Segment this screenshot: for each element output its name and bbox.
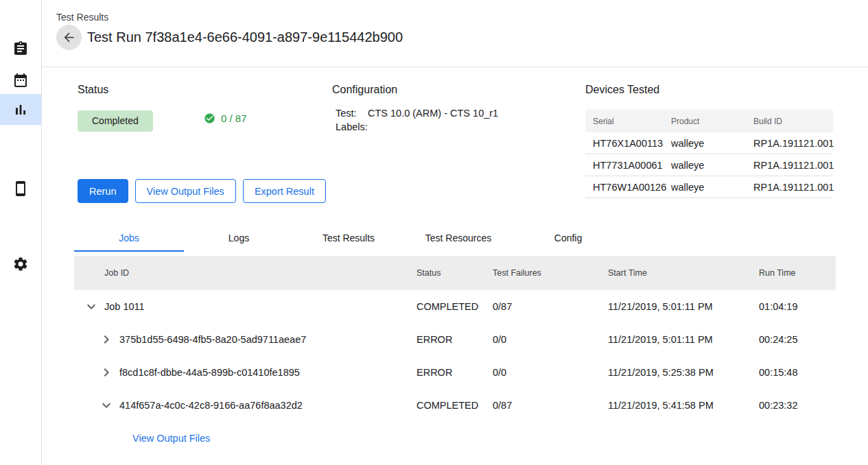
status-badge: Completed [78,110,153,132]
jobs-table: Job ID Status Test Failures Start Time R… [74,256,836,455]
sidebar-item-settings[interactable] [0,248,41,279]
app: Test Results Test Run 7f38a1e4-6e66-4091… [0,0,868,465]
device-build-id: RP1A.191121.001 [753,160,834,171]
job-status: COMPLETED [417,400,493,411]
job-row: 414f657a-4c0c-42c8-9166-aa76f8aa32d2 COM… [74,389,836,422]
gear-icon [12,256,29,272]
device-product: walleye [671,182,753,193]
devices-tested-heading: Devices Tested [585,84,659,96]
failed-total-count: 0 / 87 [221,112,247,124]
export-result-button[interactable]: Export Result [243,179,326,203]
job-status: ERROR [417,367,493,378]
job-run-time: 01:04:19 [759,301,836,312]
device-build-id: RP1A.191121.001 [753,138,834,149]
tab-config[interactable]: Config [513,225,623,252]
job-test-failures: 0/87 [493,301,608,312]
job-id: Job 1011 [104,301,145,312]
tab-jobs[interactable]: Jobs [74,225,184,252]
configuration-heading: Configuration [332,84,397,96]
status-heading: Status [78,84,108,96]
action-buttons: Rerun View Output Files Export Result [78,179,326,203]
job-start-time: 11/21/2019, 5:01:11 PM [608,301,759,312]
chevron-down-icon[interactable] [98,397,115,414]
device-product: walleye [671,138,753,149]
job-test-failures: 0/0 [493,367,608,378]
chevron-down-icon[interactable] [83,298,99,315]
tab-test-results[interactable]: Test Results [294,225,403,252]
jobs-table-header: Job ID Status Test Failures Start Time R… [74,256,836,290]
device-serial: HT7731A00061 [593,160,671,171]
device-serial: HT76W1A00126 [593,182,671,193]
tab-test-resources[interactable]: Test Resources [403,225,513,252]
back-button[interactable] [56,25,82,50]
config-value: CTS 10.0 (ARM) - CTS 10_r1 [368,106,498,120]
column-header-test-failures: Test Failures [493,268,608,278]
sidebar-item-devices[interactable] [0,173,41,204]
job-start-time: 11/21/2019, 5:25:38 PM [608,367,759,378]
job-status: ERROR [417,334,493,345]
column-header-serial: Serial [593,117,671,126]
sidebar-item-plans[interactable] [0,64,41,95]
job-start-time: 11/21/2019, 5:41:58 PM [608,400,759,411]
device-row: HT7731A00061 walleye RP1A.191121.001 [585,154,833,176]
device-row: HT76X1A00113 walleye RP1A.191121.001 [585,132,833,154]
content: Status Completed 0 / 87 Configuration Te… [42,67,868,465]
device-build-id: RP1A.191121.001 [753,182,834,193]
config-label: Test: [336,106,368,120]
view-output-files-button[interactable]: View Output Files [135,179,236,203]
job-run-time: 00:15:48 [759,367,836,378]
breadcrumb: Test Results [56,12,868,23]
config-label: Labels: [336,120,368,134]
job-test-failures: 0/87 [493,400,608,411]
column-header-build-id: Build ID [753,117,833,126]
job-test-failures: 0/0 [493,334,608,345]
page-header: Test Results Test Run 7f38a1e4-6e66-4091… [42,0,868,67]
job-row: 375b1d55-6498-4fb5-8a20-5ad9711aeae7 ERR… [74,323,836,356]
smartphone-icon [12,180,29,197]
sidebar [0,0,42,465]
job-run-time: 00:23:32 [759,400,836,411]
configuration-details: Test: CTS 10.0 (ARM) - CTS 10_r1 Labels: [336,106,498,134]
job-id: f8cd1c8f-dbbe-44a5-899b-c01410fe1895 [119,367,300,378]
tab-logs[interactable]: Logs [184,225,294,252]
config-row-labels: Labels: [336,120,498,134]
job-row: Job 1011 COMPLETED 0/87 11/21/2019, 5:01… [74,290,836,323]
devices-table: Serial Product Build ID HT76X1A00113 wal… [585,110,833,198]
chevron-right-icon[interactable] [98,331,115,348]
status-result-count: 0 / 87 [204,112,247,124]
job-run-time: 00:24:25 [759,334,836,345]
clipboard-icon [12,40,29,57]
column-header-job-id: Job ID [74,268,417,278]
tab-bar: Jobs Logs Test Results Test Resources Co… [74,225,623,252]
calendar-icon [12,72,29,88]
rerun-button[interactable]: Rerun [78,179,128,203]
job-expanded-content: View Output Files [74,422,836,455]
job-start-time: 11/21/2019, 5:01:11 PM [608,334,759,345]
job-row: f8cd1c8f-dbbe-44a5-899b-c01410fe1895 ERR… [74,356,836,389]
device-product: walleye [671,160,753,171]
sidebar-item-test-results[interactable] [0,94,41,125]
page-title: Test Run 7f38a1e4-6e66-4091-a897-9e11544… [87,29,403,45]
arrow-back-icon [62,30,76,45]
job-status: COMPLETED [417,301,493,312]
view-output-files-link[interactable]: View Output Files [132,433,210,444]
chevron-right-icon[interactable] [98,364,115,381]
check-circle-icon [204,112,215,124]
devices-table-header: Serial Product Build ID [585,110,833,132]
job-id: 375b1d55-6498-4fb5-8a20-5ad9711aeae7 [119,334,306,345]
job-id: 414f657a-4c0c-42c8-9166-aa76f8aa32d2 [119,400,303,411]
column-header-start-time: Start Time [608,268,759,278]
sidebar-item-tests[interactable] [0,33,41,64]
bar-chart-icon [12,102,29,118]
device-row: HT76W1A00126 walleye RP1A.191121.001 [585,176,833,198]
device-serial: HT76X1A00113 [593,138,671,149]
column-header-product: Product [671,117,753,126]
main-panel: Test Results Test Run 7f38a1e4-6e66-4091… [42,0,868,465]
config-row-test: Test: CTS 10.0 (ARM) - CTS 10_r1 [336,106,498,120]
column-header-run-time: Run Time [759,268,836,278]
column-header-status: Status [417,268,493,278]
